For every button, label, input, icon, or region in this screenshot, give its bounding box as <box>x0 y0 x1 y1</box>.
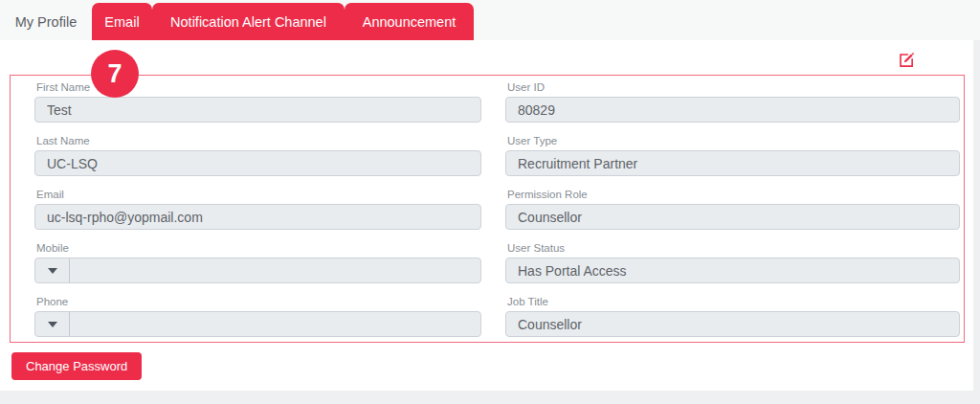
form-right-column: User ID 80829 User Type Recruitment Part… <box>505 80 960 348</box>
form-left-column: First Name Test Last Name UC-LSQ Email u… <box>34 80 481 348</box>
job-title-input: Counsellor <box>505 311 960 337</box>
first-name-input: Test <box>34 97 481 123</box>
job-title-label: Job Title <box>505 295 960 311</box>
notification-badge: 7 <box>91 50 139 98</box>
mobile-input <box>34 258 481 283</box>
user-status-label: User Status <box>505 241 960 258</box>
chevron-down-icon <box>48 322 57 327</box>
field-email: Email uc-lsq-rpho@yopmail.com <box>34 188 481 230</box>
permission-role-input: Counsellor <box>505 204 960 230</box>
last-name-input: UC-LSQ <box>34 150 481 176</box>
field-phone: Phone <box>34 295 481 337</box>
user-status-value: Has Portal Access <box>506 263 627 279</box>
change-password-button[interactable]: Change Password <box>11 352 142 380</box>
field-last-name: Last Name UC-LSQ <box>34 134 481 176</box>
user-id-input: 80829 <box>505 97 960 123</box>
email-input: uc-lsq-rpho@yopmail.com <box>34 204 481 230</box>
field-user-id: User ID 80829 <box>505 80 960 123</box>
phone-country-code-dropdown[interactable] <box>35 312 70 336</box>
last-name-value: UC-LSQ <box>35 156 98 171</box>
edit-icon <box>897 51 915 69</box>
field-user-type: User Type Recruitment Partner <box>505 134 960 176</box>
email-value: uc-lsq-rpho@yopmail.com <box>35 210 203 225</box>
user-id-label: User ID <box>505 80 960 97</box>
permission-role-value: Counsellor <box>506 210 582 225</box>
permission-role-label: Permission Role <box>505 188 960 204</box>
tab-my-profile[interactable]: My Profile <box>0 3 92 40</box>
chevron-down-icon <box>48 268 57 274</box>
user-type-value: Recruitment Partner <box>506 156 637 171</box>
user-status-input: Has Portal Access <box>505 258 960 283</box>
tab-notification-alert-channel[interactable]: Notification Alert Channel <box>152 3 345 40</box>
mobile-country-code-dropdown[interactable] <box>35 258 70 282</box>
job-title-value: Counsellor <box>506 317 582 332</box>
tab-announcement[interactable]: Announcement <box>345 3 474 40</box>
email-label: Email <box>34 188 481 204</box>
field-user-status: User Status Has Portal Access <box>505 241 960 283</box>
field-job-title: Job Title Counsellor <box>505 295 960 337</box>
user-type-input: Recruitment Partner <box>505 150 960 176</box>
edit-profile-button[interactable] <box>895 49 916 70</box>
first-name-value: Test <box>35 102 72 118</box>
phone-input <box>34 311 481 337</box>
phone-label: Phone <box>34 295 481 311</box>
last-name-label: Last Name <box>34 134 481 150</box>
tab-bar: My Profile Email Notification Alert Chan… <box>0 0 980 40</box>
user-id-value: 80829 <box>506 102 555 118</box>
field-mobile: Mobile <box>34 241 481 283</box>
field-permission-role: Permission Role Counsellor <box>505 188 960 230</box>
profile-form: First Name Test Last Name UC-LSQ Email u… <box>10 75 965 343</box>
mobile-label: Mobile <box>34 241 481 258</box>
tab-email[interactable]: Email <box>92 3 152 40</box>
user-type-label: User Type <box>505 134 960 150</box>
